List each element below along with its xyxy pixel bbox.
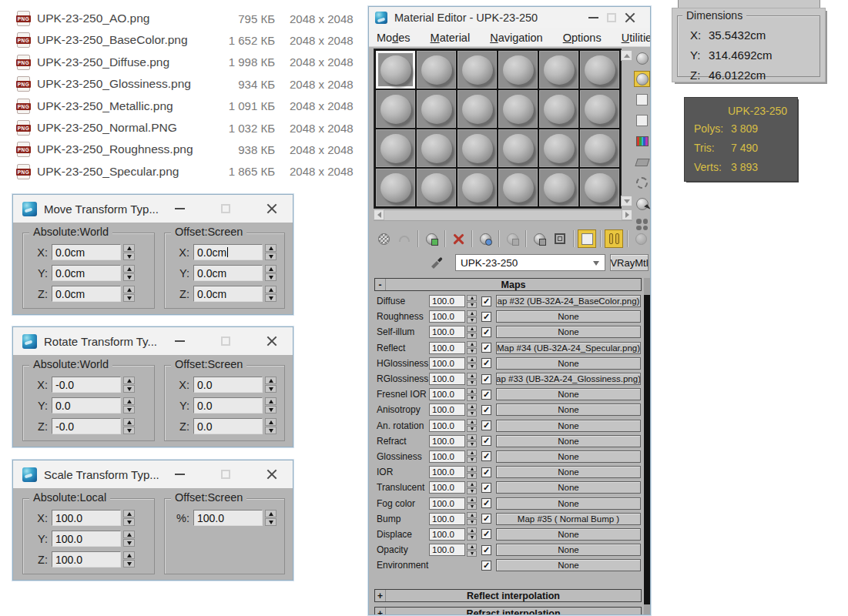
spinner-up-button[interactable]: [265, 244, 277, 252]
map-slot-button[interactable]: None: [496, 420, 641, 432]
go-to-parent-button[interactable]: [632, 229, 650, 248]
expand-icon[interactable]: +: [375, 590, 386, 601]
map-enabled-checkbox[interactable]: ✓: [481, 296, 491, 306]
spinner-down-button[interactable]: [265, 253, 277, 260]
spinner-up-button[interactable]: [467, 341, 477, 347]
spinner-up-button[interactable]: [467, 527, 477, 534]
material-sample-slot[interactable]: [458, 169, 497, 206]
material-sample-slot[interactable]: [580, 90, 619, 128]
material-sample-slot[interactable]: [376, 129, 415, 167]
value-field[interactable]: 100.0: [193, 510, 263, 526]
map-slot-button[interactable]: None: [496, 403, 641, 416]
spinner-up-button[interactable]: [467, 466, 477, 472]
maximize-button[interactable]: [216, 327, 236, 355]
spinner-up-button[interactable]: [467, 373, 477, 379]
map-amount-field[interactable]: 100.0: [429, 357, 465, 370]
close-button[interactable]: [262, 195, 282, 223]
map-slot-button[interactable]: None: [496, 559, 641, 571]
file-row[interactable]: PNGUPK-23-250_Normal.PNG1 032 КБ2048 x 2…: [17, 119, 354, 137]
spinner-down-button[interactable]: [123, 406, 135, 413]
spinner-down-button[interactable]: [467, 534, 477, 541]
map-amount-field[interactable]: 100.0: [429, 388, 465, 400]
rollout-scrollbar[interactable]: [644, 278, 650, 615]
menu-utilities[interactable]: Utilities: [622, 32, 651, 44]
maps-rollout-header[interactable]: - Maps: [374, 278, 642, 291]
close-button[interactable]: [621, 7, 639, 28]
map-amount-field[interactable]: 100.0: [429, 420, 465, 432]
map-amount-field[interactable]: 100.0: [429, 528, 465, 541]
material-sample-slot[interactable]: [417, 129, 456, 167]
map-amount-field[interactable]: 100.0: [429, 466, 465, 478]
spinner-down-button[interactable]: [467, 380, 477, 386]
map-amount-field[interactable]: 100.0: [429, 326, 465, 338]
file-row[interactable]: PNGUPK-23-250_BaseColor.png1 652 КБ2048 …: [17, 31, 354, 49]
select-by-material-button[interactable]: [634, 196, 650, 212]
material-sample-slot[interactable]: [417, 51, 456, 89]
spinner-down-button[interactable]: [123, 560, 135, 567]
map-slot-button[interactable]: Map #35 ( Normal Bump ): [496, 513, 641, 525]
spinner-down-button[interactable]: [467, 395, 477, 401]
map-enabled-checkbox[interactable]: ✓: [481, 327, 491, 337]
sample-type-sphere-button[interactable]: [634, 50, 650, 66]
slots-scroll-down-button[interactable]: [621, 196, 632, 206]
material-sample-slot[interactable]: [580, 51, 619, 89]
material-sample-slot[interactable]: [539, 90, 578, 128]
slots-scroll-up-button[interactable]: [621, 50, 632, 61]
map-enabled-checkbox[interactable]: ✓: [481, 390, 491, 400]
material-id-channel-button[interactable]: [551, 229, 569, 248]
map-slot-button[interactable]: None: [496, 544, 641, 556]
material-sample-slot[interactable]: [376, 51, 415, 89]
pick-material-eyedropper[interactable]: [429, 255, 444, 270]
reset-map-button[interactable]: [449, 229, 468, 248]
spinner-up-button[interactable]: [123, 377, 135, 384]
map-enabled-checkbox[interactable]: ✓: [481, 420, 491, 430]
map-enabled-checkbox[interactable]: ✓: [481, 529, 491, 539]
expand-icon[interactable]: +: [375, 608, 386, 615]
scrollbar-thumb[interactable]: [644, 295, 650, 604]
spinner-up-button[interactable]: [123, 531, 135, 538]
assign-material-to-selection-button[interactable]: [422, 229, 441, 248]
value-field[interactable]: 0.0: [193, 418, 263, 434]
material-name-dropdown[interactable]: UPK-23-250: [455, 254, 605, 271]
material-sample-slot[interactable]: [376, 90, 415, 128]
minimize-button[interactable]: [584, 7, 602, 28]
spinner-down-button[interactable]: [265, 385, 277, 393]
value-field[interactable]: -0.0: [52, 377, 121, 393]
spinner-down-button[interactable]: [265, 406, 277, 413]
file-row[interactable]: PNGUPK-23-250_Roughness.png938 КБ2048 x …: [17, 140, 354, 159]
spinner-up-button[interactable]: [265, 377, 277, 384]
map-amount-field[interactable]: 100.0: [429, 342, 465, 354]
material-sample-slot[interactable]: [580, 169, 619, 206]
spinner-down-button[interactable]: [123, 294, 135, 302]
material-sample-slot[interactable]: [539, 129, 578, 167]
spinner-up-button[interactable]: [123, 286, 135, 293]
value-field[interactable]: 0.0cm: [52, 286, 121, 302]
map-amount-field[interactable]: 100.0: [429, 497, 465, 510]
spinner-up-button[interactable]: [467, 450, 477, 456]
spinner-down-button[interactable]: [467, 473, 477, 479]
map-enabled-checkbox[interactable]: ✓: [481, 561, 491, 571]
map-slot-button[interactable]: None: [496, 326, 641, 338]
spinner-down-button[interactable]: [467, 363, 477, 370]
map-enabled-checkbox[interactable]: ✓: [481, 483, 491, 493]
video-color-check-button[interactable]: [634, 133, 650, 149]
map-enabled-checkbox[interactable]: ✓: [481, 374, 491, 384]
spinner-down-button[interactable]: [265, 518, 277, 526]
spinner-down-button[interactable]: [467, 457, 477, 463]
spinner-up-button[interactable]: [467, 295, 477, 301]
dialog-titlebar[interactable]: Scale Transform Typ...: [13, 460, 293, 488]
spinner-up-button[interactable]: [467, 357, 477, 363]
menu-material[interactable]: Material: [431, 32, 471, 44]
spinner-down-button[interactable]: [123, 253, 135, 260]
map-slot-button[interactable]: None: [496, 466, 641, 478]
put-to-library-button[interactable]: [530, 229, 548, 248]
spinner-down-button[interactable]: [467, 302, 477, 308]
map-slot-button[interactable]: None: [496, 528, 641, 541]
spinner-down-button[interactable]: [467, 441, 477, 447]
spinner-down-button[interactable]: [467, 551, 477, 557]
show-map-in-viewport-button[interactable]: [578, 229, 596, 248]
spinner-up-button[interactable]: [467, 512, 477, 518]
spinner-up-button[interactable]: [123, 418, 135, 426]
spinner-down-button[interactable]: [265, 427, 277, 434]
map-enabled-checkbox[interactable]: ✓: [481, 514, 491, 524]
